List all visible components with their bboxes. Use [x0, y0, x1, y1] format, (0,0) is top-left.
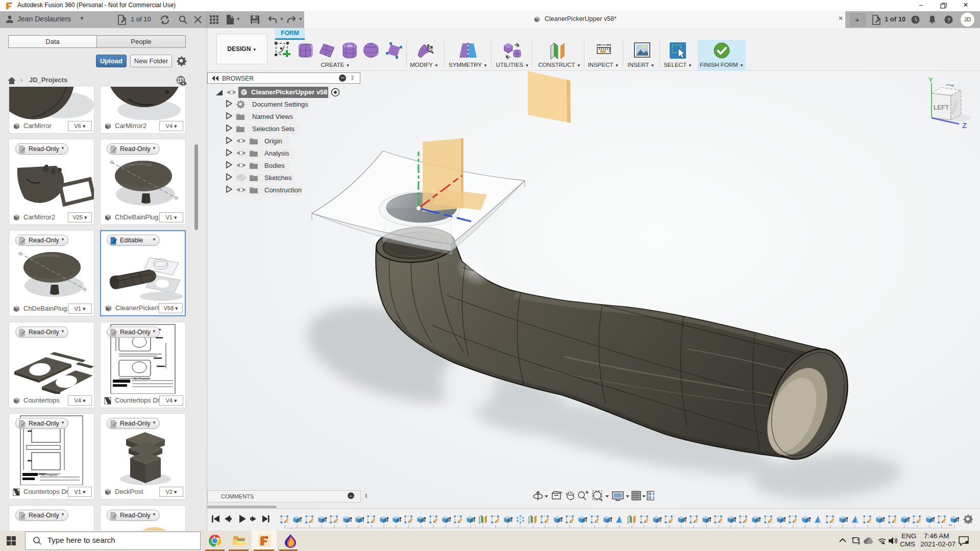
svg-text:JD_Projects: JD_Projects	[133, 377, 150, 380]
svg-text:?: ?	[947, 17, 950, 23]
svg-text:Y: Y	[928, 76, 933, 84]
svg-text:JD_Projects: JD_Projects	[41, 473, 57, 477]
svg-text:LEFT: LEFT	[934, 104, 949, 111]
svg-text:Z: Z	[962, 121, 967, 130]
